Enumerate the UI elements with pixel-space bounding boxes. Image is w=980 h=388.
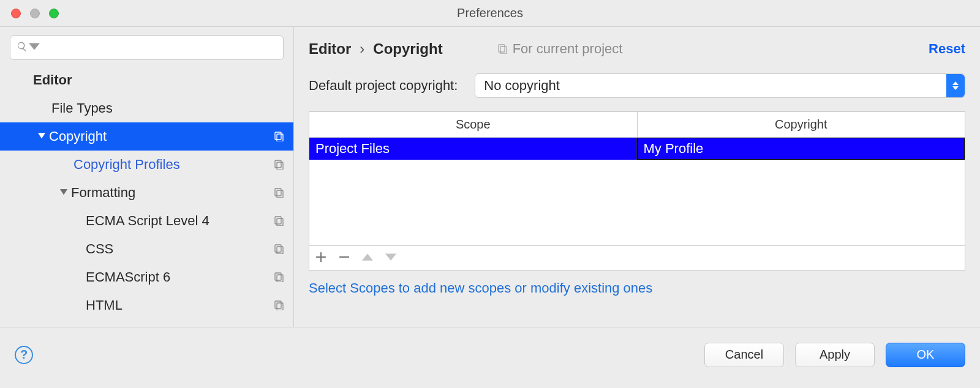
cell-copyright[interactable]: My Profile xyxy=(637,138,965,160)
window-controls xyxy=(11,9,59,18)
project-scope-icon xyxy=(273,244,286,254)
move-up-button[interactable] xyxy=(362,252,373,265)
svg-rect-16 xyxy=(339,256,349,257)
svg-rect-1 xyxy=(277,134,283,141)
reset-link[interactable]: Reset xyxy=(929,41,965,57)
default-copyright-select[interactable]: No copyright xyxy=(475,73,965,98)
scopes-table: Scope Copyright Project Files My Profile xyxy=(309,111,965,270)
settings-tree: Editor File Types Copyright Copyright Pr… xyxy=(0,66,293,327)
tree-label: Formatting xyxy=(71,185,273,201)
tree-item-ecma4[interactable]: ECMA Script Level 4 xyxy=(0,207,293,235)
svg-rect-7 xyxy=(277,218,283,226)
svg-rect-6 xyxy=(275,217,281,224)
sidebar: Editor File Types Copyright Copyright Pr… xyxy=(0,27,294,327)
search-field[interactable] xyxy=(10,35,284,60)
column-copyright[interactable]: Copyright xyxy=(638,112,965,137)
disclosure-triangle-icon[interactable] xyxy=(56,189,71,196)
tree-label: CSS xyxy=(86,241,273,257)
tree-item-copyright[interactable]: Copyright xyxy=(0,122,293,151)
close-window-button[interactable] xyxy=(11,9,21,18)
table-body: Project Files My Profile xyxy=(309,138,965,245)
table-row[interactable]: Project Files My Profile xyxy=(309,138,965,160)
cell-scope[interactable]: Project Files xyxy=(309,138,637,160)
tree-label: Copyright Profiles xyxy=(74,157,273,173)
titlebar: Preferences xyxy=(0,0,980,27)
svg-rect-11 xyxy=(277,275,283,282)
svg-rect-2 xyxy=(275,160,281,168)
cancel-button[interactable]: Cancel xyxy=(704,343,784,367)
default-copyright-label: Default project copyright: xyxy=(309,78,458,94)
tree-label: ECMAScript 6 xyxy=(86,269,273,285)
tree-item-copyright-profiles[interactable]: Copyright Profiles xyxy=(0,151,293,179)
tree-item-ecma6[interactable]: ECMAScript 6 xyxy=(0,263,293,291)
content-panel: Editor › Copyright For current project R… xyxy=(294,27,980,327)
svg-rect-10 xyxy=(275,273,281,280)
svg-rect-15 xyxy=(500,47,507,54)
svg-rect-9 xyxy=(277,247,283,254)
ok-button[interactable]: OK xyxy=(886,343,965,367)
svg-rect-4 xyxy=(275,188,281,196)
dialog-footer: ? Cancel Apply OK xyxy=(0,327,980,382)
column-scope[interactable]: Scope xyxy=(309,112,638,137)
table-header: Scope Copyright xyxy=(309,112,965,138)
select-stepper-icon xyxy=(946,74,965,97)
search-options-chevron-icon[interactable] xyxy=(29,41,40,54)
window-title: Preferences xyxy=(457,6,523,20)
svg-rect-3 xyxy=(277,162,283,170)
move-down-button[interactable] xyxy=(385,252,396,265)
apply-button[interactable]: Apply xyxy=(795,343,875,367)
breadcrumb: Editor › Copyright xyxy=(309,40,443,58)
svg-rect-0 xyxy=(275,132,281,140)
tree-label: File Types xyxy=(51,100,286,116)
breadcrumb-root[interactable]: Editor xyxy=(309,40,351,58)
for-current-text: For current project xyxy=(513,41,623,57)
svg-rect-8 xyxy=(275,245,281,252)
tree-item-editor[interactable]: Editor xyxy=(0,66,293,94)
main-area: Editor File Types Copyright Copyright Pr… xyxy=(0,27,980,327)
remove-button[interactable] xyxy=(339,252,350,265)
minimize-window-button[interactable] xyxy=(30,9,40,18)
breadcrumb-leaf: Copyright xyxy=(373,40,442,58)
search-input[interactable] xyxy=(43,42,277,54)
project-scope-icon xyxy=(273,300,286,310)
tree-label: HTML xyxy=(86,297,273,313)
disclosure-triangle-icon[interactable] xyxy=(34,133,49,140)
tree-label: Copyright xyxy=(49,129,273,144)
project-scope-icon xyxy=(273,188,286,198)
tree-item-css[interactable]: CSS xyxy=(0,235,293,263)
svg-rect-13 xyxy=(277,303,283,310)
breadcrumb-separator: › xyxy=(360,40,364,58)
tree-item-formatting[interactable]: Formatting xyxy=(0,179,293,207)
svg-rect-5 xyxy=(277,190,283,198)
tree-label: ECMA Script Level 4 xyxy=(86,213,273,229)
zoom-window-button[interactable] xyxy=(49,9,59,18)
project-scope-icon xyxy=(273,216,286,226)
add-button[interactable] xyxy=(315,252,326,265)
svg-rect-12 xyxy=(275,301,281,308)
for-current-project-label: For current project xyxy=(498,41,623,57)
help-button[interactable]: ? xyxy=(15,346,33,364)
project-scope-icon xyxy=(273,160,286,170)
tree-item-html[interactable]: HTML xyxy=(0,291,293,319)
table-toolbar xyxy=(309,245,965,270)
svg-rect-14 xyxy=(499,45,505,52)
scopes-hint-link[interactable]: Select Scopes to add new scopes or modif… xyxy=(309,280,965,296)
tree-item-file-types[interactable]: File Types xyxy=(0,94,293,122)
project-scope-icon xyxy=(273,132,286,141)
project-scope-icon xyxy=(273,272,286,282)
search-icon xyxy=(17,41,28,54)
tree-label: Editor xyxy=(33,72,286,88)
select-value: No copyright xyxy=(484,78,560,94)
